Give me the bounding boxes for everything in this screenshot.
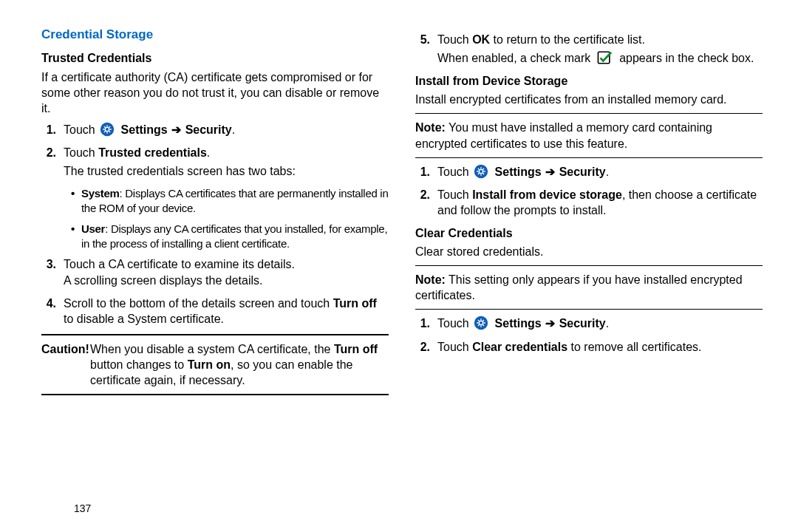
text: Touch a CA certificate to examine its de… — [64, 256, 389, 272]
text-security: Security — [559, 317, 606, 330]
step-number: 3. — [41, 256, 64, 272]
text: Touch — [437, 317, 472, 330]
divider — [41, 334, 389, 335]
text-turnoff: Turn off — [333, 297, 377, 310]
text: Scroll to the bottom of the details scre… — [64, 297, 333, 310]
text-security: Security — [185, 123, 232, 136]
text: When enabled, a check mark — [437, 52, 594, 64]
note-label: Note: — [415, 121, 446, 134]
text-turnon: Turn on — [188, 358, 231, 371]
caution-body: When you disable a system CA certificate… — [90, 341, 389, 388]
step-body: Touch Clear credentials to remove all ce… — [437, 339, 763, 355]
text: to disable a System certificate. — [64, 313, 224, 325]
step-number: 4. — [41, 296, 64, 311]
divider — [415, 265, 763, 266]
step-body: Touch Settings ➔ Security. — [437, 316, 763, 331]
right-column: 5. Touch OK to return to the certificate… — [415, 27, 763, 401]
step-body: Touch Install from device storage, then … — [437, 187, 763, 218]
divider — [415, 309, 763, 310]
settings-gear-icon — [100, 122, 115, 137]
trusted-steps-cont2: 5. Touch OK to return to the certificate… — [415, 32, 763, 66]
step-number: 1. — [415, 316, 437, 331]
install-note: Note: You must have installed a memory c… — [415, 120, 763, 151]
step-body: Touch Settings ➔ Security. — [64, 122, 389, 137]
manual-page: Credential Storage Trusted Credentials I… — [0, 0, 798, 426]
subhead-install-from-device-storage: Install from Device Storage — [415, 73, 763, 89]
step-number: 2. — [41, 145, 64, 160]
install-steps: 1. Touch Settings ➔ Security. 2. Touch I… — [415, 164, 763, 218]
step-number: 5. — [415, 32, 437, 47]
text-install-from-device-storage: Install from device storage — [472, 188, 622, 201]
step-body: Touch a CA certificate to examine its de… — [64, 256, 389, 287]
bullet-system: System: Displays CA certificates that ar… — [71, 186, 389, 216]
trusted-tabs-bullets: System: Displays CA certificates that ar… — [71, 186, 389, 250]
step-number: 1. — [415, 164, 437, 180]
step-number: 2. — [415, 187, 437, 202]
text: to remove all certificates. — [567, 341, 701, 353]
divider — [41, 394, 389, 395]
text: button changes to — [90, 358, 188, 371]
caution-block: Caution! When you disable a system CA ce… — [41, 341, 389, 388]
text-turnoff: Turn off — [334, 343, 378, 355]
arrow-icon: ➔ — [545, 164, 555, 180]
text: This setting only appears if you have in… — [415, 273, 743, 301]
step-number: 2. — [415, 339, 437, 355]
step-body: Touch OK to return to the certificate li… — [437, 32, 763, 66]
divider — [415, 157, 763, 158]
trusted-steps: 1. Touch Settings ➔ Security. 2. Touch T… — [41, 122, 389, 179]
page-number: 137 — [74, 502, 91, 514]
text: Touch — [437, 166, 472, 178]
text: : Displays any CA certificates that you … — [81, 222, 387, 250]
text: The trusted credentials screen has two t… — [64, 163, 389, 179]
text: Touch — [437, 188, 472, 201]
text-settings: Settings — [495, 317, 542, 330]
text-settings: Settings — [495, 166, 542, 178]
text: Touch — [64, 146, 98, 159]
text: A scrolling screen displays the details. — [64, 273, 389, 288]
step-number: 1. — [41, 122, 64, 137]
text: : Displays CA certificates that are perm… — [81, 187, 388, 214]
text-settings: Settings — [121, 123, 168, 136]
subhead-trusted-credentials: Trusted Credentials — [41, 50, 389, 66]
left-column: Credential Storage Trusted Credentials I… — [41, 27, 389, 401]
svg-point-3 — [474, 164, 488, 177]
arrow-icon: ➔ — [545, 316, 555, 331]
text: appears in the check box. — [619, 52, 754, 64]
trusted-intro: If a certificate authority (CA) certific… — [41, 69, 389, 116]
text-security: Security — [559, 166, 606, 178]
text: Touch — [64, 123, 98, 136]
subhead-clear-credentials: Clear Credentials — [415, 225, 763, 241]
clear-steps: 1. Touch Settings ➔ Security. 2. Touch C… — [415, 316, 763, 354]
arrow-icon: ➔ — [171, 122, 181, 137]
section-title-credential-storage: Credential Storage — [41, 27, 389, 43]
text: You must have installed a memory card co… — [415, 121, 712, 149]
bullet-label: System — [81, 187, 120, 200]
clear-body: Clear stored credentials. — [415, 244, 763, 259]
text: Touch — [437, 341, 472, 353]
text-clear-credentials: Clear credentials — [472, 341, 567, 353]
note-label: Note: — [415, 273, 446, 286]
settings-gear-icon — [474, 164, 488, 179]
trusted-steps-cont: 3. Touch a CA certificate to examine its… — [41, 256, 389, 326]
settings-gear-icon — [474, 316, 488, 330]
svg-point-5 — [474, 316, 488, 330]
svg-point-0 — [100, 123, 114, 136]
clear-note: Note: This setting only appears if you h… — [415, 272, 763, 303]
text: to return to the certificate list. — [490, 33, 645, 46]
text: When you disable a system CA certificate… — [90, 343, 334, 355]
step-body: Scroll to the bottom of the details scre… — [64, 296, 389, 327]
caution-label: Caution! — [41, 343, 89, 355]
text: Touch — [437, 33, 472, 46]
bullet-label: User — [81, 222, 105, 235]
text-ok: OK — [472, 33, 490, 46]
text-trusted-credentials: Trusted credentials — [98, 146, 207, 159]
checkmark-icon — [597, 50, 613, 65]
install-body: Install encrypted certificates from an i… — [415, 92, 763, 107]
step-body: Touch Settings ➔ Security. — [437, 164, 763, 180]
step-body: Touch Trusted credentials. The trusted c… — [64, 145, 389, 179]
bullet-user: User: Displays any CA certificates that … — [71, 222, 389, 251]
divider — [415, 113, 763, 114]
